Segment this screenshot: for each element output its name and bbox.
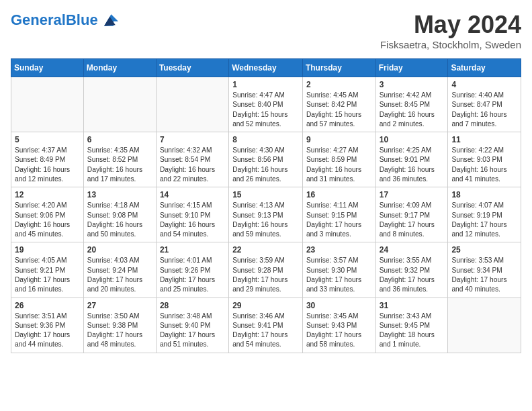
day-details: Sunrise: 3:50 AMSunset: 9:38 PMDaylight:… (87, 312, 152, 350)
day-details: Sunrise: 4:13 AMSunset: 9:13 PMDaylight:… (232, 201, 299, 239)
week-row-4: 19Sunrise: 4:05 AMSunset: 9:21 PMDayligh… (11, 242, 521, 298)
day-number: 16 (306, 190, 372, 199)
day-number: 11 (451, 135, 517, 144)
calendar-cell: 17Sunrise: 4:09 AMSunset: 9:17 PMDayligh… (375, 187, 448, 242)
col-header-monday: Monday (83, 59, 156, 77)
calendar-cell (448, 298, 521, 353)
day-number: 29 (232, 301, 299, 310)
day-number: 21 (160, 245, 225, 255)
calendar-cell: 10Sunrise: 4:25 AMSunset: 9:01 PMDayligh… (375, 132, 448, 187)
day-details: Sunrise: 4:22 AMSunset: 9:03 PMDaylight:… (451, 146, 517, 184)
day-details: Sunrise: 4:03 AMSunset: 9:24 PMDaylight:… (87, 256, 152, 294)
day-number: 24 (380, 245, 445, 255)
calendar-cell: 27Sunrise: 3:50 AMSunset: 9:38 PMDayligh… (83, 298, 156, 353)
day-number: 18 (451, 190, 517, 199)
day-number: 26 (15, 301, 80, 310)
week-row-1: 1Sunrise: 4:47 AMSunset: 8:40 PMDaylight… (11, 77, 521, 132)
calendar-cell: 11Sunrise: 4:22 AMSunset: 9:03 PMDayligh… (448, 132, 521, 187)
calendar-cell: 12Sunrise: 4:20 AMSunset: 9:06 PMDayligh… (11, 187, 84, 242)
day-number: 5 (15, 135, 80, 144)
day-details: Sunrise: 4:42 AMSunset: 8:45 PMDaylight:… (380, 91, 445, 129)
col-header-saturday: Saturday (448, 59, 521, 77)
title-block: May 2024 Fisksaetra, Stockholm, Sweden (380, 11, 521, 50)
month-title: May 2024 (380, 11, 521, 39)
day-number: 25 (451, 245, 517, 255)
day-number: 17 (380, 190, 445, 199)
day-details: Sunrise: 3:59 AMSunset: 9:28 PMDaylight:… (232, 256, 299, 294)
calendar-cell: 9Sunrise: 4:27 AMSunset: 8:59 PMDaylight… (302, 132, 375, 187)
calendar-cell: 13Sunrise: 4:18 AMSunset: 9:08 PMDayligh… (83, 187, 156, 242)
calendar-cell (156, 77, 228, 132)
calendar-cell: 19Sunrise: 4:05 AMSunset: 9:21 PMDayligh… (11, 242, 84, 298)
calendar-cell: 1Sunrise: 4:47 AMSunset: 8:40 PMDaylight… (229, 77, 303, 132)
day-details: Sunrise: 3:51 AMSunset: 9:36 PMDaylight:… (15, 312, 80, 350)
calendar-cell: 23Sunrise: 3:57 AMSunset: 9:30 PMDayligh… (302, 242, 375, 298)
logo-text: GeneralBlue (11, 12, 98, 28)
calendar-cell: 31Sunrise: 3:43 AMSunset: 9:45 PMDayligh… (375, 298, 448, 353)
day-details: Sunrise: 4:27 AMSunset: 8:59 PMDaylight:… (306, 146, 372, 184)
day-number: 4 (451, 80, 517, 89)
calendar-cell: 16Sunrise: 4:11 AMSunset: 9:15 PMDayligh… (302, 187, 375, 242)
day-details: Sunrise: 4:05 AMSunset: 9:21 PMDaylight:… (15, 256, 80, 294)
day-details: Sunrise: 4:20 AMSunset: 9:06 PMDaylight:… (15, 201, 80, 239)
day-number: 6 (87, 135, 152, 144)
day-number: 12 (15, 190, 80, 199)
day-number: 10 (380, 135, 445, 144)
calendar-cell (83, 77, 156, 132)
calendar-header-row: SundayMondayTuesdayWednesdayThursdayFrid… (11, 59, 521, 77)
calendar-cell: 18Sunrise: 4:07 AMSunset: 9:19 PMDayligh… (448, 187, 521, 242)
day-number: 3 (380, 80, 445, 89)
calendar-cell (11, 77, 84, 132)
day-details: Sunrise: 4:35 AMSunset: 8:52 PMDaylight:… (87, 146, 152, 184)
calendar-cell: 8Sunrise: 4:30 AMSunset: 8:56 PMDaylight… (229, 132, 303, 187)
calendar-cell: 29Sunrise: 3:46 AMSunset: 9:41 PMDayligh… (229, 298, 303, 353)
day-number: 1 (232, 80, 299, 89)
logo-icon (99, 11, 118, 30)
col-header-thursday: Thursday (302, 59, 375, 77)
calendar-cell: 21Sunrise: 4:01 AMSunset: 9:26 PMDayligh… (156, 242, 228, 298)
day-details: Sunrise: 3:48 AMSunset: 9:40 PMDaylight:… (160, 312, 225, 350)
day-details: Sunrise: 4:32 AMSunset: 8:54 PMDaylight:… (160, 146, 225, 184)
calendar-cell: 2Sunrise: 4:45 AMSunset: 8:42 PMDaylight… (302, 77, 375, 132)
calendar-cell: 22Sunrise: 3:59 AMSunset: 9:28 PMDayligh… (229, 242, 303, 298)
day-number: 14 (160, 190, 225, 199)
col-header-sunday: Sunday (11, 59, 84, 77)
calendar-cell: 15Sunrise: 4:13 AMSunset: 9:13 PMDayligh… (229, 187, 303, 242)
calendar-cell: 5Sunrise: 4:37 AMSunset: 8:49 PMDaylight… (11, 132, 84, 187)
day-number: 28 (160, 301, 225, 310)
col-header-tuesday: Tuesday (156, 59, 228, 77)
logo-line2: Blue (66, 11, 98, 28)
day-details: Sunrise: 4:30 AMSunset: 8:56 PMDaylight:… (232, 146, 299, 184)
calendar-cell: 24Sunrise: 3:55 AMSunset: 9:32 PMDayligh… (375, 242, 448, 298)
day-details: Sunrise: 4:47 AMSunset: 8:40 PMDaylight:… (232, 91, 299, 129)
day-details: Sunrise: 4:11 AMSunset: 9:15 PMDaylight:… (306, 201, 372, 239)
day-number: 15 (232, 190, 299, 199)
day-details: Sunrise: 4:09 AMSunset: 9:17 PMDaylight:… (380, 201, 445, 239)
day-number: 20 (87, 245, 152, 255)
day-details: Sunrise: 4:15 AMSunset: 9:10 PMDaylight:… (160, 201, 225, 239)
week-row-5: 26Sunrise: 3:51 AMSunset: 9:36 PMDayligh… (11, 298, 521, 353)
day-details: Sunrise: 4:25 AMSunset: 9:01 PMDaylight:… (380, 146, 445, 184)
day-details: Sunrise: 3:57 AMSunset: 9:30 PMDaylight:… (306, 256, 372, 294)
day-number: 30 (306, 301, 372, 310)
day-details: Sunrise: 3:43 AMSunset: 9:45 PMDaylight:… (380, 312, 445, 350)
day-details: Sunrise: 4:07 AMSunset: 9:19 PMDaylight:… (451, 201, 517, 239)
calendar-cell: 6Sunrise: 4:35 AMSunset: 8:52 PMDaylight… (83, 132, 156, 187)
day-details: Sunrise: 4:01 AMSunset: 9:26 PMDaylight:… (160, 256, 225, 294)
calendar-cell: 26Sunrise: 3:51 AMSunset: 9:36 PMDayligh… (11, 298, 84, 353)
calendar-cell: 3Sunrise: 4:42 AMSunset: 8:45 PMDaylight… (375, 77, 448, 132)
day-number: 2 (306, 80, 372, 89)
location: Fisksaetra, Stockholm, Sweden (380, 39, 521, 50)
day-number: 8 (232, 135, 299, 144)
col-header-wednesday: Wednesday (229, 59, 303, 77)
day-details: Sunrise: 4:37 AMSunset: 8:49 PMDaylight:… (15, 146, 80, 184)
day-details: Sunrise: 3:53 AMSunset: 9:34 PMDaylight:… (451, 256, 517, 294)
day-number: 7 (160, 135, 225, 144)
day-details: Sunrise: 3:55 AMSunset: 9:32 PMDaylight:… (380, 256, 445, 294)
week-row-2: 5Sunrise: 4:37 AMSunset: 8:49 PMDaylight… (11, 132, 521, 187)
day-number: 31 (380, 301, 445, 310)
page-header: GeneralBlue May 2024 Fisksaetra, Stockho… (11, 11, 521, 50)
calendar-cell: 4Sunrise: 4:40 AMSunset: 8:47 PMDaylight… (448, 77, 521, 132)
calendar-cell: 30Sunrise: 3:45 AMSunset: 9:43 PMDayligh… (302, 298, 375, 353)
day-details: Sunrise: 4:18 AMSunset: 9:08 PMDaylight:… (87, 201, 152, 239)
